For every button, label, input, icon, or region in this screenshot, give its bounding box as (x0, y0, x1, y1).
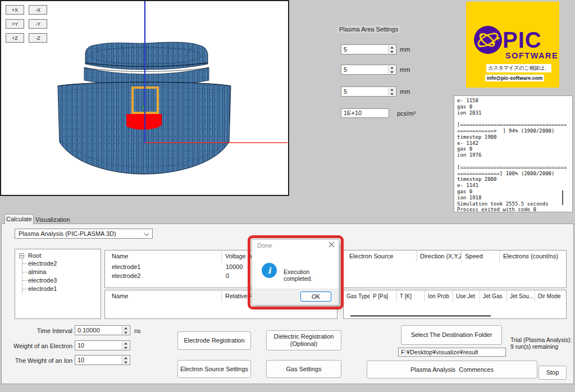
geometry-tree[interactable]: Root electrode2 almina electrode3 electr… (15, 249, 101, 319)
gas-settings-button[interactable]: Gas Settings (266, 360, 341, 378)
electrode-registration-button[interactable]: Electrode Registration (177, 331, 251, 350)
col-header-jet-source[interactable]: Jet Sou... (507, 290, 535, 302)
time-interval-label: Time Interval (7, 327, 72, 334)
plasma-width-value: 5 (344, 46, 347, 53)
done-dialog[interactable]: Done i Execution completed. OK (252, 239, 339, 306)
spin-down-icon[interactable] (389, 92, 395, 95)
col-header-jet-gas[interactable]: Jet Gas (480, 290, 507, 302)
tab-calculate[interactable]: Calculate (4, 214, 34, 224)
axis-button-pad: +X -X +Y -Y +Z -Z (6, 5, 47, 43)
gas-table[interactable]: Gas Type P [Pa] T [K] Ion Prob Use Jet J… (343, 290, 567, 319)
col-header-dir-mode[interactable]: Dir Mode (535, 290, 566, 302)
tree-root-label: Root (28, 252, 41, 259)
spin-down-icon[interactable] (122, 360, 129, 364)
logo-brand-text: PIC (503, 29, 542, 51)
spinner-arrows[interactable] (388, 66, 395, 74)
electron-weight-value: 10 (77, 342, 84, 349)
col-header-direction[interactable]: Direction (X,Y,Z) (417, 250, 462, 262)
col-header-name[interactable]: Name (105, 250, 222, 262)
analysis-type-dropdown[interactable]: Plasma Analysis (PIC-PLASMA 3D) (15, 229, 153, 239)
analysis-type-value: Plasma Analysis (PIC-PLASMA 3D) (19, 230, 116, 237)
view-plus-z-button[interactable]: +Z (6, 33, 24, 43)
view-minus-z-button[interactable]: -Z (29, 33, 47, 43)
electron-source-table[interactable]: Electron Source Direction (X,Y,Z) Speed … (343, 250, 567, 288)
plasma-analysis-start-button[interactable]: Plasma Analysis Commences (367, 361, 537, 379)
electron-weight-spinner[interactable]: 10 (75, 340, 130, 350)
spin-up-icon[interactable] (389, 88, 395, 92)
collapse-icon[interactable] (19, 253, 24, 258)
simulation-console[interactable]: e- 1158 gas 0 ion 2031 [================… (454, 95, 573, 212)
col-header-name[interactable]: Name (105, 290, 222, 302)
tree-root-row[interactable]: Root (19, 252, 101, 259)
plasma-height-value: 5 (344, 88, 347, 95)
col-header-use-jet[interactable]: Use Jet (453, 290, 480, 302)
plasma-height-spinner[interactable]: 5 (341, 86, 396, 97)
3d-viewport[interactable]: +X -X +Y -Y +Z -Z (0, 0, 289, 196)
tree-item-label: electrode1 (28, 285, 57, 292)
tree-item-label: almina (28, 268, 46, 275)
view-minus-x-button[interactable]: -X (29, 5, 47, 15)
tree-item-electrode1[interactable]: electrode1 (22, 285, 101, 293)
plasma-width-unit: mm (400, 46, 410, 53)
electron-source-settings-button[interactable]: Electron Source Settings (177, 360, 251, 378)
spinner-arrows[interactable] (122, 341, 129, 349)
tree-children: electrode2 almina electrode3 electrode1 (22, 259, 101, 293)
view-minus-y-button[interactable]: -Y (29, 19, 47, 29)
plasma-depth-unit: mm (400, 66, 410, 73)
horizontal-scrollbar-thumb[interactable] (350, 315, 491, 317)
console-text: e- 1158 gas 0 ion 2031 [================… (457, 98, 569, 213)
col-header-ion-prob[interactable]: Ion Prob (425, 290, 453, 302)
ion-weight-label: The Weight of an Ion (7, 357, 72, 364)
col-header-gas-type[interactable]: Gas Type (344, 290, 370, 302)
console-scrollbar-thumb[interactable] (562, 190, 563, 205)
plasma-height-unit: mm (400, 88, 410, 95)
spinner-arrows[interactable] (388, 45, 395, 53)
col-header-pressure[interactable]: P [Pa] (370, 290, 397, 302)
time-interval-spinner[interactable]: 0.10000 (75, 325, 130, 335)
logo-email-text: info@pic-software.com (485, 75, 544, 81)
spin-down-icon[interactable] (122, 345, 129, 349)
view-plus-x-button[interactable]: +X (6, 5, 24, 15)
col-header-speed[interactable]: Speed (462, 250, 500, 262)
tree-item-electrode3[interactable]: electrode3 (22, 276, 101, 285)
spin-up-icon[interactable] (389, 66, 395, 70)
spin-down-icon[interactable] (122, 330, 129, 334)
dielectric-registration-button[interactable]: Dielectric Registration (Optional) (266, 330, 341, 350)
ion-weight-value: 10 (77, 357, 84, 363)
spin-up-icon[interactable] (389, 45, 395, 49)
pic-software-logo: PIC SOFTWARE カスタマイズのご相談は、 info@pic-softw… (466, 2, 559, 88)
select-destination-folder-button[interactable]: Select The Destination Folder (401, 325, 502, 345)
spinner-arrows[interactable] (122, 356, 129, 364)
tree-connector (22, 272, 27, 272)
plasma-density-unit: pcs/m³ (397, 110, 416, 117)
dialog-message: Execution completed. (284, 268, 339, 282)
close-icon[interactable] (328, 241, 335, 248)
plasma-area-settings-label: Plasma Area Settings (337, 25, 400, 33)
spin-down-icon[interactable] (389, 70, 395, 74)
destination-path-input[interactable]: F:¥Desktop¥visualize¥result (398, 348, 506, 357)
plasma-density-input[interactable]: 1E+10 (341, 108, 389, 118)
col-header-temperature[interactable]: T [K] (397, 290, 425, 302)
spin-up-icon[interactable] (122, 326, 129, 330)
col-header-electrons[interactable]: Electrons (count/ns) (500, 250, 566, 262)
ok-button[interactable]: OK (300, 291, 331, 302)
spinner-arrows[interactable] (388, 88, 395, 95)
model-lid (84, 42, 209, 86)
spinner-arrows[interactable] (122, 326, 129, 334)
electron-weight-label: Weight of an Electron (7, 343, 72, 349)
dialog-title: Done (257, 242, 272, 249)
tree-item-electrode2[interactable]: electrode2 (22, 259, 101, 268)
cell-name: electrode2 (105, 271, 222, 280)
ion-weight-spinner[interactable]: 10 (75, 355, 130, 365)
tree-item-almina[interactable]: almina (22, 268, 101, 276)
tree-connector (22, 280, 27, 281)
spin-up-icon[interactable] (122, 356, 129, 360)
col-header-electron-source[interactable]: Electron Source (344, 250, 417, 262)
plasma-width-spinner[interactable]: 5 (341, 44, 396, 54)
tab-visualization[interactable]: Visualization (35, 216, 75, 224)
view-plus-y-button[interactable]: +Y (6, 19, 24, 29)
spin-up-icon[interactable] (122, 341, 129, 345)
spin-down-icon[interactable] (389, 49, 395, 53)
plasma-depth-spinner[interactable]: 5 (341, 65, 396, 75)
stop-button[interactable]: Stop (539, 366, 567, 380)
